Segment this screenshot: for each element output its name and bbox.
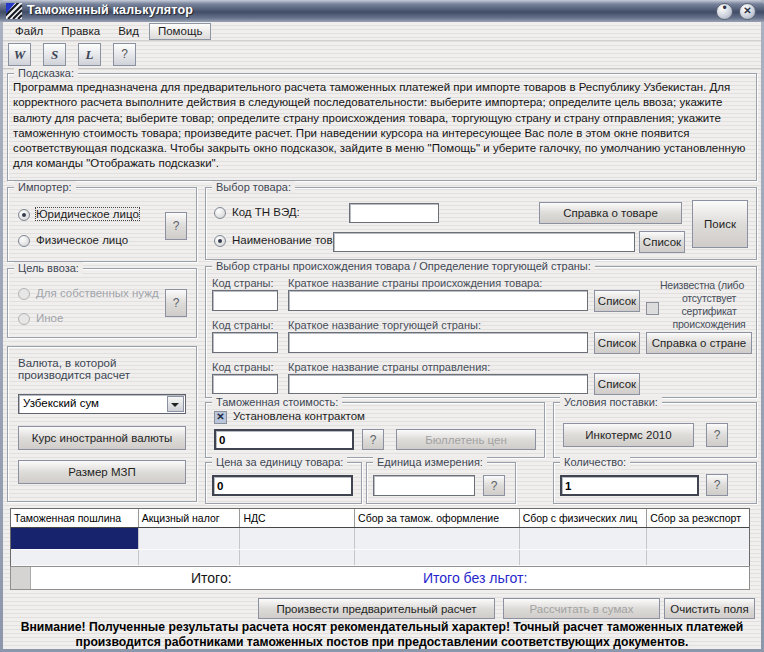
radio-own-needs-label: Для собственных нужд — [36, 287, 159, 299]
quantity-help-button[interactable]: ? — [706, 474, 728, 496]
currency-select[interactable]: Узбекский сум — [18, 394, 186, 414]
minimize-button[interactable] — [716, 3, 733, 20]
menu-help[interactable]: Помощь — [149, 23, 211, 40]
unit-help-button[interactable]: ? — [483, 475, 505, 496]
product-legend: Выбор товара: — [212, 181, 295, 193]
incoterms-button[interactable]: Инкотермс 2010 — [563, 423, 694, 447]
total-no-benefits-label: Итого без льгот: — [423, 570, 527, 586]
quantity-input[interactable] — [560, 475, 699, 496]
customs-value-help-button[interactable]: ? — [362, 429, 384, 450]
unit-price-input[interactable] — [212, 475, 353, 496]
country-code-label-2: Код страны: — [212, 319, 274, 331]
importer-group: Импортер: Юридическое лицо Физическое ли… — [7, 187, 197, 262]
hint-text: Программа предназначена для предваритель… — [13, 80, 751, 172]
table-header: НДС — [240, 509, 355, 527]
tnved-code-input[interactable] — [349, 203, 439, 223]
customs-value-legend: Таможенная стоимость: — [212, 396, 342, 408]
radio-tnved-code-label[interactable]: Код ТН ВЭД: — [232, 206, 300, 218]
radio-product-name[interactable] — [214, 235, 226, 247]
table-cell-selected[interactable] — [11, 528, 139, 549]
toolbar-word-button[interactable]: W — [8, 43, 31, 66]
menu-edit[interactable]: Правка — [53, 24, 108, 39]
quantity-group: Количество: ? — [553, 462, 757, 504]
departure-country-list-button[interactable]: Список — [594, 373, 640, 395]
table-cell[interactable] — [139, 528, 241, 549]
calculate-in-sum-button: Рассчитать в сумах — [503, 598, 660, 619]
table-cell[interactable] — [11, 550, 139, 565]
trading-country-label: Краткое название торгующей страны: — [288, 319, 481, 331]
contract-checkbox[interactable] — [214, 411, 227, 424]
country-group: Выбор страны происхождения товара / Опре… — [205, 266, 757, 398]
departure-country-name-input[interactable] — [288, 374, 588, 394]
dropdown-arrow-icon[interactable] — [167, 396, 184, 412]
table-row — [11, 550, 749, 566]
table-cell[interactable] — [647, 528, 749, 549]
purpose-legend: Цель ввоза: — [14, 262, 83, 274]
importer-legend: Импортер: — [14, 181, 76, 193]
origin-country-name-input[interactable] — [288, 290, 588, 311]
table-cell[interactable] — [240, 550, 355, 565]
delivery-help-button[interactable]: ? — [706, 423, 728, 447]
toolbar-l-button[interactable]: L — [78, 43, 101, 66]
currency-selected-value: Узбекский сум — [23, 397, 99, 409]
table-row — [11, 528, 749, 550]
product-info-button[interactable]: Справка о товаре — [539, 202, 682, 224]
delivery-terms-group: Условия поставки: Инкотермс 2010 ? — [553, 402, 757, 458]
radio-legal-entity[interactable] — [18, 209, 30, 221]
table-cell[interactable] — [355, 550, 520, 565]
country-code-label-3: Код страны: — [212, 361, 274, 373]
country-code-label-1: Код страны: — [212, 277, 274, 289]
radio-tnved-code[interactable] — [214, 207, 226, 219]
origin-country-code-input[interactable] — [212, 290, 278, 311]
search-button[interactable]: Поиск — [692, 200, 748, 248]
mzp-size-button[interactable]: Размер МЗП — [18, 460, 186, 484]
radio-individual[interactable] — [18, 235, 30, 247]
currency-label: Валюта, в которой производится расчет — [18, 357, 190, 381]
currency-group: Валюта, в которой производится расчет Уз… — [7, 346, 197, 502]
clear-fields-button[interactable]: Очистить поля — [664, 598, 755, 619]
radio-legal-entity-label[interactable]: Юридическое лицо — [36, 208, 139, 220]
calculate-button[interactable]: Произвести предварительный расчет — [258, 598, 495, 619]
origin-country-list-button[interactable]: Список — [594, 290, 640, 312]
origin-country-label: Краткое название страны происхождения то… — [288, 277, 542, 289]
menu-view[interactable]: Вид — [110, 24, 147, 39]
table-cell[interactable] — [647, 550, 749, 565]
importer-help-button[interactable]: ? — [165, 212, 187, 240]
currency-rate-button[interactable]: Курс иностранной валюты — [18, 426, 186, 450]
customs-value-input[interactable] — [214, 429, 354, 450]
table-cell[interactable] — [355, 528, 520, 549]
window-title: Таможенный калькулятор — [27, 3, 193, 17]
radio-other[interactable] — [18, 313, 30, 325]
purpose-group: Цель ввоза: Для собственных нужд Иное ? — [7, 268, 197, 338]
table-cell[interactable] — [240, 528, 355, 549]
table-header: Таможенная пошлина — [11, 509, 139, 527]
contract-checkbox-label[interactable]: Установлена контрактом — [233, 410, 365, 422]
departure-country-code-input[interactable] — [212, 374, 278, 394]
delivery-terms-legend: Условия поставки: — [560, 396, 662, 408]
trading-country-list-button[interactable]: Список — [594, 332, 640, 354]
product-name-input[interactable] — [333, 232, 635, 252]
results-table: Таможенная пошлина Акцизный налог НДС Сб… — [10, 508, 750, 566]
table-cell[interactable] — [520, 550, 648, 565]
radio-own-needs[interactable] — [18, 288, 30, 300]
trading-country-code-input[interactable] — [212, 332, 278, 353]
total-label: Итого: — [191, 570, 232, 586]
close-button[interactable] — [739, 3, 756, 20]
radio-individual-label[interactable]: Физическое лицо — [36, 234, 128, 246]
hint-group: Подсказка: Программа предназначена для п… — [7, 73, 757, 181]
trading-country-name-input[interactable] — [288, 332, 588, 353]
table-header: Сбор с физических лиц — [520, 509, 648, 527]
purpose-help-button[interactable]: ? — [165, 289, 187, 317]
departure-country-label: Краткое название страны отправления: — [288, 361, 490, 373]
product-list-button[interactable]: Список — [639, 231, 685, 253]
toolbar-s-button[interactable]: S — [43, 43, 66, 66]
menu-file[interactable]: Файл — [7, 24, 51, 39]
unit-input[interactable] — [373, 475, 475, 496]
toolbar-help-button[interactable]: ? — [113, 43, 136, 66]
table-cell[interactable] — [139, 550, 241, 565]
product-group: Выбор товара: Код ТН ВЭД: Справка о това… — [205, 187, 757, 260]
menu-bar: Файл Правка Вид Помощь — [3, 22, 761, 41]
table-cell[interactable] — [520, 528, 648, 549]
country-info-button[interactable]: Справка о стране — [646, 332, 752, 354]
unit-price-group: Цена за единицу товара: — [205, 462, 362, 504]
